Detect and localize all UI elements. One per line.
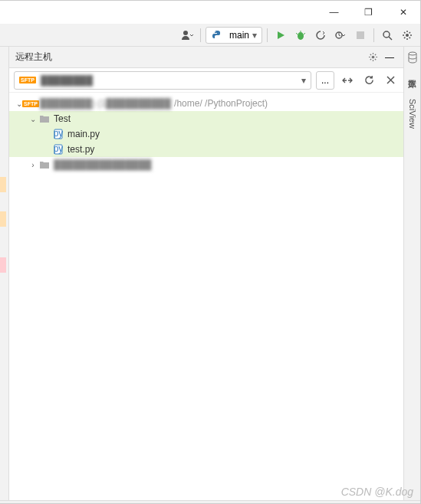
run-config-selector[interactable]: main ▾: [206, 27, 262, 44]
debug-button[interactable]: [292, 27, 309, 44]
status-bar: [0, 500, 420, 503]
user-menu-button[interactable]: [179, 27, 196, 44]
host-name-blurred: ████████: [41, 75, 93, 86]
python-icon: [211, 29, 223, 41]
chevron-down-icon: ▾: [301, 75, 306, 86]
python-file-icon: py: [52, 128, 64, 140]
coverage-button[interactable]: [312, 27, 329, 44]
svg-text:py: py: [54, 144, 63, 154]
gutter-marker: [0, 177, 6, 192]
settings-button[interactable]: [399, 27, 416, 44]
right-sidebar: 数据库 SciView: [403, 47, 420, 500]
svg-point-1: [215, 31, 215, 31]
chevron-down-icon: ▾: [252, 30, 257, 41]
maximize-button[interactable]: ❐: [351, 1, 386, 24]
sidebar-tab-sciview[interactable]: SciView: [406, 96, 419, 132]
refresh-button[interactable]: [360, 72, 377, 89]
svg-point-2: [298, 32, 304, 40]
svg-point-0: [183, 31, 188, 35]
separator: [200, 28, 201, 42]
root-path: /home/ /PythonProject): [174, 98, 268, 109]
separator: [373, 28, 374, 42]
panel-title: 远程主机: [15, 51, 363, 64]
svg-point-16: [409, 52, 416, 55]
folder-label: Test: [54, 113, 71, 124]
tree-file-test-py[interactable]: py test.py: [9, 142, 403, 157]
chevron-down-icon[interactable]: ⌄: [28, 115, 38, 123]
file-tree[interactable]: ⌄ SFTP ████████) (1██████████ /home/ /Py…: [9, 93, 403, 500]
collapse-button[interactable]: [339, 72, 356, 89]
stop-button[interactable]: [352, 27, 369, 44]
svg-point-10: [406, 34, 409, 37]
panel-settings-button[interactable]: [365, 50, 380, 65]
chevron-right-icon[interactable]: ›: [28, 161, 38, 169]
minimize-button[interactable]: —: [317, 1, 351, 24]
folder-icon: [38, 159, 51, 171]
host-dropdown[interactable]: SFTP ████████ ▾: [14, 71, 311, 90]
separator: [267, 28, 268, 42]
root-name-blurred: ████████) (1██████████: [40, 98, 171, 109]
file-label: test.py: [67, 144, 94, 155]
tree-folder-test[interactable]: ⌄ Test: [9, 111, 403, 126]
main-toolbar: main ▾: [0, 24, 420, 47]
close-tab-button[interactable]: [382, 72, 399, 89]
svg-point-8: [383, 31, 390, 38]
database-icon[interactable]: [407, 51, 418, 64]
host-selector-bar: SFTP ████████ ▾ ...: [9, 68, 403, 93]
remote-host-panel: 远程主机 — SFTP ████████ ▾ ...: [9, 47, 403, 500]
panel-hide-button[interactable]: —: [382, 50, 397, 65]
run-button[interactable]: [272, 27, 289, 44]
sftp-icon: SFTP: [22, 100, 39, 107]
close-button[interactable]: ✕: [386, 1, 420, 24]
left-gutter: [0, 47, 9, 500]
svg-line-9: [389, 37, 392, 40]
tree-folder-other[interactable]: › ███████████████: [9, 157, 403, 172]
folder-label-blurred: ███████████████: [54, 159, 152, 170]
gutter-marker: [0, 257, 6, 273]
sidebar-tab-database[interactable]: 数据库: [405, 70, 419, 76]
panel-header: 远程主机 —: [9, 47, 403, 68]
file-label: main.py: [67, 129, 100, 139]
sftp-icon: SFTP: [19, 77, 36, 83]
run-config-label: main: [229, 30, 249, 41]
folder-icon: [38, 113, 51, 125]
gutter-marker: [0, 211, 6, 227]
tree-root[interactable]: ⌄ SFTP ████████) (1██████████ /home/ /Py…: [9, 96, 403, 111]
svg-point-11: [371, 56, 374, 59]
more-button[interactable]: ...: [316, 71, 334, 90]
svg-line-5: [304, 33, 305, 34]
python-file-icon: py: [52, 143, 64, 155]
svg-text:py: py: [54, 129, 63, 139]
window-titlebar: — ❐ ✕: [0, 1, 420, 24]
svg-line-4: [296, 33, 298, 34]
profile-button[interactable]: [332, 27, 349, 44]
svg-rect-7: [357, 31, 364, 39]
search-button[interactable]: [379, 27, 396, 44]
tree-file-main-py[interactable]: py main.py: [9, 126, 403, 142]
